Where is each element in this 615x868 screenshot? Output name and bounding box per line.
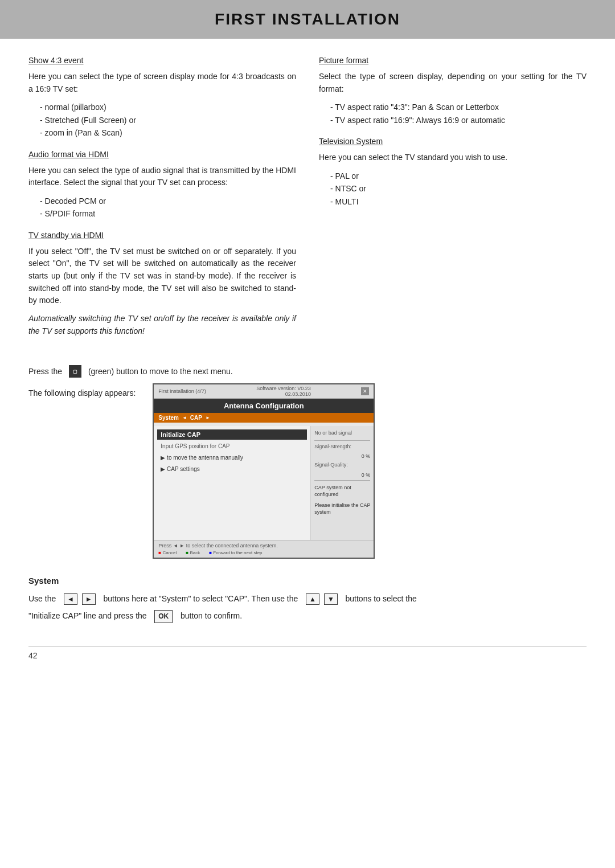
screen-tab-bar: System ◄ CAP ► (154, 413, 374, 423)
screen-footer-forward[interactable]: ■ Forward to the next step (209, 550, 262, 555)
list-item: normal (pillarbox) (34, 101, 296, 113)
screen-tab-nav-right[interactable]: ► (206, 415, 210, 420)
screen-cap-action: Please initialise the CAP system (314, 502, 370, 516)
screen-top-left-label: First installation (4/7) (158, 388, 206, 394)
show-43-bullets: normal (pillarbox) Stretched (Full Scree… (28, 101, 296, 139)
left-column: Show 4:3 event Here you can select the t… (28, 56, 296, 348)
screen-menu-item-3[interactable]: ▶ CAP settings (157, 464, 307, 474)
screen-signal-quality-label: Signal-Quality: (314, 461, 370, 469)
system-body: Use the ◄ ► buttons here at "System" to … (28, 592, 587, 605)
screen-no-signal-label: No or bad signal (314, 429, 370, 437)
screen-tab-nav-left[interactable]: ◄ (182, 415, 187, 420)
tv-standby-heading: TV standby via HDMI (28, 231, 296, 240)
tv-system-bullets: PAL or NTSC or MULTI (319, 170, 587, 208)
page-title: FIRST INSTALLATION (215, 10, 400, 28)
picture-format-body: Select the type of screen display, depen… (319, 71, 587, 95)
two-col-section: Show 4:3 event Here you can select the t… (28, 56, 587, 348)
list-item: Decoded PCM or (34, 195, 296, 207)
picture-format-section: Picture format Select the type of screen… (319, 56, 587, 126)
system-body-part2: buttons here at "System" to select "CAP"… (103, 594, 298, 603)
screen-sidebar-panel: No or bad signal Signal-Strength: 0 % Si… (311, 426, 374, 540)
system-body-line2-part1: "Initialize CAP" line and press the (28, 611, 147, 620)
system-body-part1: Use the (28, 594, 56, 603)
tv-standby-italic-note: Automatically switching the TV set on/of… (28, 313, 296, 337)
press-text-after: (green) button to move to the next menu. (88, 365, 233, 378)
show-43-heading: Show 4:3 event (28, 56, 296, 65)
left-arrow-button[interactable]: ◄ (64, 593, 77, 605)
screen-signal-strength-value: 0 % (314, 453, 370, 459)
screen-cap-status: CAP system not configured (314, 484, 370, 498)
list-item: S/PDIF format (34, 207, 296, 220)
screen-footer-instruction-text: Press ◄ ► to select the connected antenn… (158, 543, 277, 548)
down-arrow-button[interactable]: ▼ (324, 593, 338, 605)
tv-system-heading: Television System (319, 137, 587, 146)
ok-button[interactable]: OK (154, 610, 173, 623)
audio-format-body: Here you can select the type of audio si… (28, 165, 296, 189)
pip-button-icon: ▢ (69, 365, 81, 378)
screen-top-bar: First installation (4/7) Software versio… (154, 384, 374, 399)
screen-menu-item-1[interactable]: Input GPS position for CAP (157, 441, 307, 451)
screen-footer-instruction: Press ◄ ► to select the connected antenn… (154, 540, 374, 558)
right-column: Picture format Select the type of screen… (319, 56, 587, 348)
page-container: FIRST INSTALLATION Show 4:3 event Here y… (0, 0, 615, 868)
screen-tab-value: CAP (190, 415, 202, 421)
screen-mockup: First installation (4/7) Software versio… (153, 383, 375, 559)
list-item: TV aspect ratio "16:9": Always 16:9 or a… (325, 114, 587, 126)
system-heading: System (28, 576, 587, 586)
screen-footer-buttons: ■ Cancel ■ Back ■ Forward to the next st… (158, 550, 369, 555)
system-body-line2-part2: button to confirm. (181, 611, 242, 620)
page-number: 42 (28, 651, 38, 660)
screen-body: Initialize CAP Input GPS position for CA… (154, 426, 374, 540)
system-body-line2: "Initialize CAP" line and press the OK b… (28, 609, 587, 623)
screen-signal-strength-label: Signal-Strength: (314, 443, 370, 451)
tv-standby-body: If you select "Off", the TV set must be … (28, 245, 296, 307)
screen-sidebar-divider2 (314, 480, 370, 481)
show-43-body: Here you can select the type of screen d… (28, 71, 296, 95)
screen-menu-item-0[interactable]: Initialize CAP (157, 429, 307, 440)
system-section: System Use the ◄ ► buttons here at "Syst… (28, 576, 587, 623)
list-item: PAL or (325, 170, 587, 182)
press-line: Press the ▢ (green) button to move to th… (28, 365, 587, 378)
list-item: MULTI (325, 195, 587, 208)
audio-format-bullets: Decoded PCM or S/PDIF format (28, 195, 296, 220)
screen-sidebar-divider (314, 440, 370, 441)
list-item: zoom in (Pan & Scan) (34, 126, 296, 139)
list-item: NTSC or (325, 182, 587, 195)
screen-footer-back[interactable]: ■ Back (186, 550, 200, 555)
tv-system-body: Here you can select the TV standard you … (319, 152, 587, 164)
right-arrow-button[interactable]: ► (82, 593, 96, 605)
picture-format-heading: Picture format (319, 56, 587, 65)
tv-standby-section: TV standby via HDMI If you select "Off",… (28, 231, 296, 338)
audio-format-section: Audio format via HDMI Here you can selec… (28, 150, 296, 220)
page-footer: 42 (28, 646, 587, 660)
show-43-section: Show 4:3 event Here you can select the t… (28, 56, 296, 140)
list-item: Stretched (Full Screen) or (34, 114, 296, 126)
screen-signal-quality-value: 0 % (314, 472, 370, 478)
screen-software-date: 02.03.2010 (256, 391, 311, 397)
following-display-section: The following display appears: First ins… (28, 383, 587, 559)
system-body-part3: buttons to select the (346, 594, 417, 603)
screen-software-version: Software version: V0.23 (256, 386, 311, 391)
list-item: TV aspect ratio "4:3": Pan & Scan or Let… (325, 101, 587, 113)
following-display-text: The following display appears: (28, 387, 136, 399)
screen-footer-cancel[interactable]: ■ Cancel (158, 550, 177, 555)
tv-system-section: Television System Here you can select th… (319, 137, 587, 208)
picture-format-bullets: TV aspect ratio "4:3": Pan & Scan or Let… (319, 101, 587, 126)
screen-main-panel: Initialize CAP Input GPS position for CA… (154, 426, 311, 540)
press-text-before: Press the (28, 365, 62, 378)
audio-format-heading: Audio format via HDMI (28, 150, 296, 159)
screen-menu-item-2[interactable]: ▶ to move the antenna manually (157, 453, 307, 462)
screen-title: Antenna Configuration (154, 399, 374, 413)
screen-tab-label: System (158, 415, 179, 421)
title-bar: FIRST INSTALLATION (0, 0, 615, 39)
screen-close-btn[interactable]: ✕ (361, 387, 369, 395)
up-arrow-button[interactable]: ▲ (306, 593, 319, 605)
screen-top-right: Software version: V0.23 02.03.2010 (256, 386, 311, 397)
